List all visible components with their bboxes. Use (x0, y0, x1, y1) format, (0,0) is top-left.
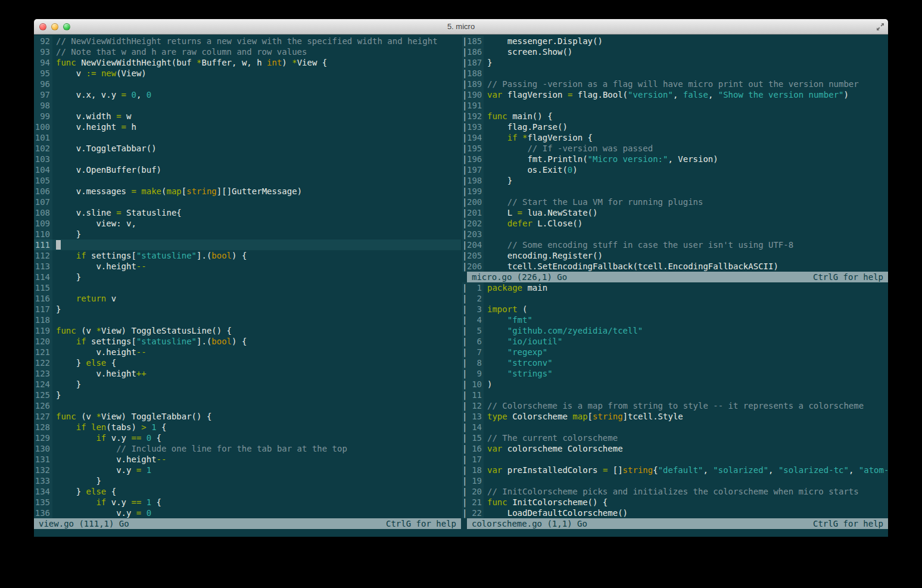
code-line[interactable]: 135 if v.y == 1 { (34, 497, 461, 508)
code-line[interactable]: |196 fmt.Println("Micro version:", Versi… (462, 154, 888, 164)
code-line[interactable]: 112 if settings["statusline"].(bool) { (34, 250, 461, 261)
code-line[interactable]: |15// The current colorscheme (462, 433, 888, 443)
code-line[interactable]: |5 "github.com/zyedidia/tcell" (462, 325, 888, 336)
code-line[interactable]: |17 (462, 454, 888, 465)
code-line[interactable]: 127func (v *View) ToggleTabbar() { (34, 411, 461, 422)
editor-pane-micro-go[interactable]: |185 messenger.Display()|186 screen.Show… (462, 36, 888, 272)
code-line[interactable]: |19 (462, 475, 888, 486)
code-line[interactable]: 131 v.height-- (34, 454, 461, 465)
editor-pane-colorscheme-go[interactable]: |1package main|2|3import (|4 "fmt"|5 "gi… (462, 282, 888, 518)
traffic-lights (39, 19, 70, 34)
code-line[interactable]: 93// Note that w and h are raw column an… (34, 46, 461, 57)
code-line[interactable]: |197 os.Exit(0) (462, 164, 888, 175)
title-bar[interactable]: 5. micro (34, 19, 888, 35)
code-line[interactable]: |7 "regexp" (462, 347, 888, 357)
code-line[interactable]: 121 v.height-- (34, 347, 461, 357)
code-line[interactable]: 99 v.width = w (34, 111, 461, 122)
code-line[interactable]: 109 view: v, (34, 218, 461, 229)
code-line[interactable]: |14 (462, 422, 888, 433)
code-line[interactable]: |20// InitColorscheme picks and initiali… (462, 486, 888, 497)
code-line[interactable]: |1package main (462, 282, 888, 293)
code-line[interactable]: |12// Colorscheme is a map from string t… (462, 400, 888, 411)
code-line[interactable]: 118 (34, 315, 461, 325)
code-line[interactable]: |185 messenger.Display() (462, 36, 888, 46)
code-line[interactable]: |4 "fmt" (462, 315, 888, 325)
code-line[interactable]: 103 (34, 154, 461, 164)
code-line[interactable]: 136 v.y = 0 (34, 508, 461, 518)
code-line[interactable]: |190var flagVersion = flag.Bool("version… (462, 89, 888, 100)
code-line[interactable]: 133 } (34, 475, 461, 486)
code-line[interactable]: |9 "strings" (462, 368, 888, 379)
code-line[interactable]: |2 (462, 293, 888, 304)
code-line[interactable]: |21func InitColorscheme() { (462, 497, 888, 508)
code-line[interactable]: 92// NewViewWidthHeight returns a new vi… (34, 36, 461, 46)
code-line[interactable]: |198 } (462, 175, 888, 186)
code-line[interactable]: |16var colorscheme Colorscheme (462, 443, 888, 454)
code-line[interactable]: |18var preInstalledColors = []string{"de… (462, 465, 888, 475)
code-line[interactable]: 95 v := new(View) (34, 68, 461, 79)
code-line[interactable]: 120 if settings["statusline"].(bool) { (34, 336, 461, 347)
code-line[interactable]: |189// Passing -version as a flag will h… (462, 79, 888, 89)
code-line[interactable]: 125} (34, 390, 461, 400)
code-line[interactable]: |203 (462, 229, 888, 239)
code-line[interactable]: |201 L = lua.NewState() (462, 207, 888, 218)
code-line[interactable]: |22 LoadDefaultColorscheme() (462, 508, 888, 518)
code-line[interactable]: |11 (462, 390, 888, 400)
code-line[interactable]: 108 v.sline = Statusline{ (34, 207, 461, 218)
code-line[interactable]: 101 (34, 132, 461, 143)
zoom-icon[interactable] (63, 23, 70, 30)
code-line[interactable]: |192func main() { (462, 111, 888, 122)
code-line[interactable]: |8 "strconv" (462, 357, 888, 368)
editor-pane-view-go[interactable]: 92// NewViewWidthHeight returns a new vi… (34, 36, 461, 518)
token (487, 197, 507, 207)
code-line[interactable]: 114 } (34, 272, 461, 282)
code-line[interactable]: |187} (462, 57, 888, 68)
resize-diagonal-icon[interactable] (876, 22, 885, 32)
code-line[interactable]: 98 (34, 100, 461, 111)
code-line[interactable]: |202 defer L.Close() (462, 218, 888, 229)
code-line[interactable]: 107 (34, 197, 461, 207)
code-line[interactable]: 105 (34, 175, 461, 186)
code-line[interactable]: 130 // Include one line for the tab bar … (34, 443, 461, 454)
code-line[interactable]: 106 v.messages = make(map[string][]Gutte… (34, 186, 461, 197)
code-line[interactable]: |188 (462, 68, 888, 79)
code-line[interactable]: |199 (462, 186, 888, 197)
close-icon[interactable] (39, 23, 46, 30)
code-line[interactable]: 126 (34, 400, 461, 411)
code-line[interactable]: |186 screen.Show() (462, 46, 888, 57)
code-line[interactable]: |194 if *flagVersion { (462, 132, 888, 143)
code-line[interactable]: 104 v.OpenBuffer(buf) (34, 164, 461, 175)
code-line[interactable]: 116 return v (34, 293, 461, 304)
code-line[interactable]: 94func NewViewWidthHeight(buf *Buffer, w… (34, 57, 461, 68)
code-line[interactable]: |13type Colorscheme map[string]tcell.Sty… (462, 411, 888, 422)
code-line[interactable]: 110 } (34, 229, 461, 239)
code-line[interactable]: 129 if v.y == 0 { (34, 433, 461, 443)
code-line-current[interactable]: 111 (34, 239, 461, 250)
code-line[interactable]: 123 v.height++ (34, 368, 461, 379)
code-line[interactable]: |6 "io/ioutil" (462, 336, 888, 347)
code-line[interactable]: |195 // If -version was passed (462, 143, 888, 154)
code-line[interactable]: 96 (34, 79, 461, 89)
code-line[interactable]: |3import ( (462, 304, 888, 315)
code-line[interactable]: |206 tcell.SetEncodingFallback(tcell.Enc… (462, 261, 888, 272)
code-line[interactable]: 119func (v *View) ToggleStatusLine() { (34, 325, 461, 336)
minimize-icon[interactable] (51, 23, 58, 30)
code-line[interactable]: 115 (34, 282, 461, 293)
code-line[interactable]: 134 } else { (34, 486, 461, 497)
code-line[interactable]: |204 // Some encoding stuff in case the … (462, 239, 888, 250)
code-line[interactable]: 122 } else { (34, 357, 461, 368)
code-line[interactable]: |200 // Start the Lua VM for running plu… (462, 197, 888, 207)
code-line[interactable]: 102 v.ToggleTabbar() (34, 143, 461, 154)
code-text: v.height = h (52, 122, 136, 132)
code-line[interactable]: 132 v.y = 1 (34, 465, 461, 475)
code-line[interactable]: 113 v.height-- (34, 261, 461, 272)
code-line[interactable]: 97 v.x, v.y = 0, 0 (34, 89, 461, 100)
code-line[interactable]: |10) (462, 379, 888, 390)
code-line[interactable]: |193 flag.Parse() (462, 122, 888, 132)
code-line[interactable]: 124 } (34, 379, 461, 390)
code-line[interactable]: |205 encoding.Register() (462, 250, 888, 261)
code-line[interactable]: 100 v.height = h (34, 122, 461, 132)
code-line[interactable]: 128 if len(tabs) > 1 { (34, 422, 461, 433)
code-line[interactable]: |191 (462, 100, 888, 111)
code-line[interactable]: 117} (34, 304, 461, 315)
